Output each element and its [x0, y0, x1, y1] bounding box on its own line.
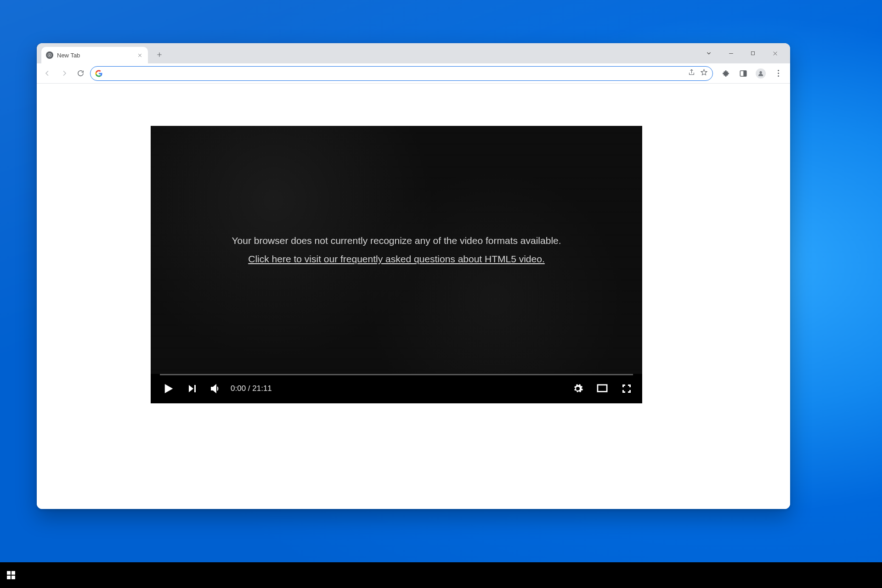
google-icon: [95, 70, 102, 77]
video-stage[interactable]: Your browser does not currently recogniz…: [151, 126, 642, 374]
start-button[interactable]: [0, 562, 22, 588]
browser-tab[interactable]: New Tab: [41, 47, 148, 63]
tab-strip: New Tab: [37, 43, 790, 63]
video-player: Your browser does not currently recogniz…: [151, 126, 642, 403]
forward-button[interactable]: [57, 67, 71, 80]
video-error-message: Your browser does not currently recogniz…: [213, 232, 579, 268]
chrome-menu-button[interactable]: [772, 67, 785, 80]
next-button[interactable]: [187, 383, 198, 394]
minimize-button[interactable]: [724, 46, 738, 60]
close-window-button[interactable]: [768, 46, 782, 60]
windows-icon: [7, 571, 15, 579]
browser-toolbar: [37, 63, 790, 84]
share-icon[interactable]: [688, 68, 695, 78]
tab-search-button[interactable]: [702, 46, 716, 60]
toolbar-actions: [716, 67, 786, 80]
side-panel-icon[interactable]: [737, 67, 750, 80]
page-content: Your browser does not currently recogniz…: [37, 84, 790, 509]
current-time: 0:00: [231, 384, 246, 393]
taskbar: [0, 562, 882, 588]
tab-close-button[interactable]: [136, 51, 143, 59]
new-tab-button[interactable]: [153, 48, 166, 62]
tab-title: New Tab: [57, 52, 80, 59]
duration: 21:11: [252, 384, 272, 393]
play-button[interactable]: [161, 382, 175, 396]
address-input[interactable]: [106, 70, 684, 77]
browser-window: New Tab: [37, 43, 790, 509]
reload-button[interactable]: [74, 67, 87, 80]
fullscreen-icon[interactable]: [621, 383, 632, 394]
extensions-icon[interactable]: [719, 67, 732, 80]
desktop-background: New Tab: [0, 0, 882, 588]
svg-point-5: [760, 71, 762, 74]
video-error-line: Your browser does not currently recogniz…: [232, 232, 561, 250]
svg-point-1: [49, 55, 51, 56]
theater-mode-icon[interactable]: [595, 384, 609, 394]
video-error-faq-link[interactable]: Click here to visit our frequently asked…: [248, 254, 545, 264]
svg-rect-4: [744, 71, 746, 76]
back-button[interactable]: [40, 67, 54, 80]
profile-avatar[interactable]: [754, 67, 767, 80]
window-controls: [702, 43, 787, 63]
address-bar[interactable]: [90, 66, 713, 81]
time-display: 0:00 / 21:11: [231, 384, 272, 393]
time-separator: /: [246, 384, 252, 393]
tab-favicon-icon: [46, 51, 53, 59]
maximize-button[interactable]: [746, 46, 760, 60]
bookmark-star-icon[interactable]: [700, 68, 708, 78]
settings-gear-icon[interactable]: [572, 383, 583, 394]
svg-rect-6: [598, 385, 607, 392]
volume-button[interactable]: [209, 383, 220, 394]
svg-rect-2: [752, 52, 755, 55]
progress-bar[interactable]: [160, 374, 633, 375]
video-controls: 0:00 / 21:11: [151, 374, 642, 403]
